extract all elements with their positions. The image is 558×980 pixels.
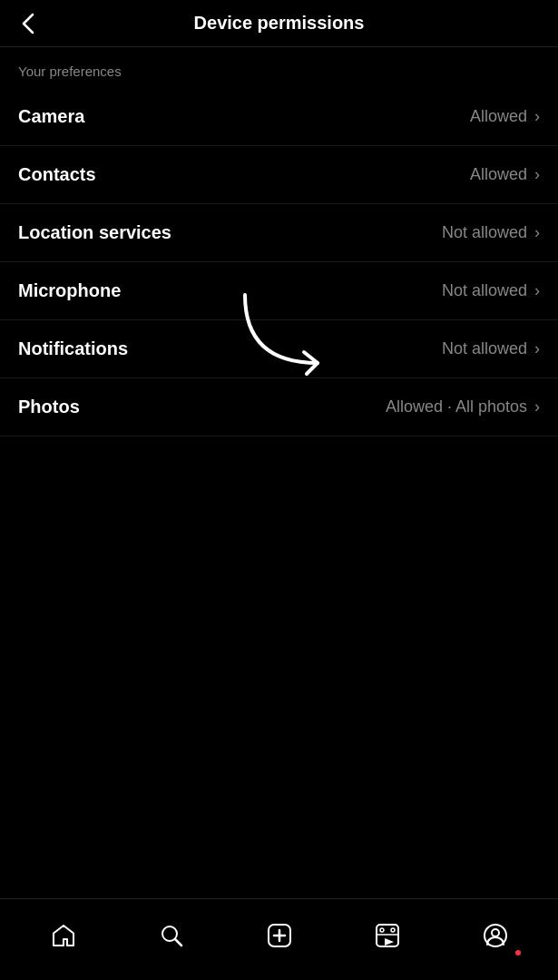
permission-right-camera: Allowed ›	[470, 107, 540, 126]
chevron-icon-location: ›	[534, 223, 540, 242]
profile-icon	[483, 923, 508, 948]
profile-notification-dot	[514, 948, 523, 957]
svg-point-0	[162, 926, 177, 941]
permission-name-notifications: Notifications	[18, 338, 128, 359]
home-icon	[51, 923, 76, 948]
chevron-icon-contacts: ›	[534, 165, 540, 184]
bottom-nav	[0, 898, 558, 980]
permission-status-contacts: Allowed	[470, 165, 527, 184]
permission-row-notifications[interactable]: Notifications Not allowed ›	[0, 320, 558, 378]
section-label: Your preferences	[0, 47, 558, 88]
permission-status-notifications: Not allowed	[442, 339, 527, 358]
permission-row-location[interactable]: Location services Not allowed ›	[0, 204, 558, 262]
create-icon	[267, 923, 292, 948]
permission-status-microphone: Not allowed	[442, 281, 527, 300]
svg-point-7	[391, 928, 395, 932]
nav-item-search[interactable]	[146, 916, 197, 956]
permission-name-photos: Photos	[18, 397, 80, 417]
page-title: Device permissions	[194, 13, 365, 34]
permission-status-camera: Allowed	[470, 107, 527, 126]
svg-marker-9	[385, 938, 394, 946]
svg-line-1	[175, 939, 181, 946]
search-icon	[159, 923, 184, 948]
nav-item-home[interactable]	[38, 916, 89, 956]
svg-point-6	[380, 928, 384, 932]
permission-name-camera: Camera	[18, 106, 84, 127]
permission-row-photos[interactable]: Photos Allowed · All photos ›	[0, 378, 558, 436]
chevron-icon-camera: ›	[534, 107, 540, 126]
permission-right-notifications: Not allowed ›	[442, 339, 540, 358]
header: Device permissions	[0, 0, 558, 47]
reels-icon	[375, 923, 400, 948]
permission-name-microphone: Microphone	[18, 280, 121, 301]
nav-item-reels[interactable]	[362, 916, 413, 956]
permission-status-photos: Allowed · All photos	[386, 397, 527, 416]
nav-item-create[interactable]	[254, 916, 305, 956]
permission-name-location: Location services	[18, 222, 171, 243]
permission-right-photos: Allowed · All photos ›	[386, 397, 540, 416]
permission-row-microphone[interactable]: Microphone Not allowed ›	[0, 262, 558, 320]
chevron-icon-photos: ›	[534, 397, 540, 416]
nav-item-profile[interactable]	[470, 916, 521, 956]
permission-status-location: Not allowed	[442, 223, 527, 242]
svg-point-11	[492, 929, 499, 936]
chevron-icon-microphone: ›	[534, 281, 540, 300]
permission-list: Camera Allowed › Contacts Allowed › Loca…	[0, 88, 558, 436]
chevron-icon-notifications: ›	[534, 339, 540, 358]
permission-name-contacts: Contacts	[18, 164, 96, 185]
permission-right-location: Not allowed ›	[442, 223, 540, 242]
permission-right-microphone: Not allowed ›	[442, 281, 540, 300]
permission-row-camera[interactable]: Camera Allowed ›	[0, 88, 558, 146]
back-button[interactable]	[15, 9, 42, 38]
permission-row-contacts[interactable]: Contacts Allowed ›	[0, 146, 558, 204]
permission-right-contacts: Allowed ›	[470, 165, 540, 184]
